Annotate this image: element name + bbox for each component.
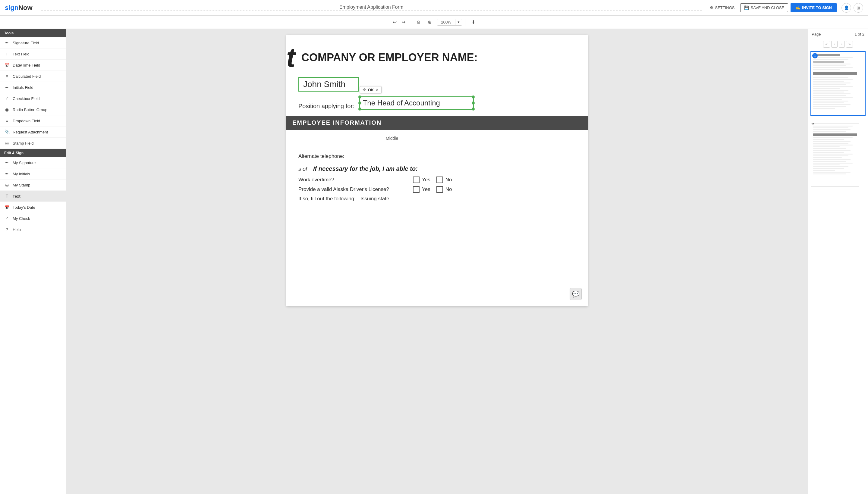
sidebar-item-text[interactable]: T Text xyxy=(0,191,66,202)
initials-field-icon: ✒ xyxy=(4,84,10,90)
zoom-in-button[interactable]: ⊕ xyxy=(426,18,433,26)
sidebar-item-text-field[interactable]: T Text Field xyxy=(0,49,66,60)
attachment-icon: 📎 xyxy=(4,129,10,135)
document-area[interactable]: t COMPANY OR EMPLOYER NAME: John Smith P… xyxy=(66,29,808,494)
resize-handle-mr[interactable] xyxy=(472,101,475,104)
sidebar-item-my-signature[interactable]: ✒ My Signature xyxy=(0,157,66,168)
last-page-button[interactable]: » xyxy=(846,41,853,48)
sidebar: Tools ✒ Signature Field T Text Field 📅 D… xyxy=(0,29,66,494)
tools-section-header: Tools xyxy=(0,29,66,37)
resize-handle-tl[interactable] xyxy=(358,95,362,98)
sidebar-item-signature-field[interactable]: ✒ Signature Field xyxy=(0,37,66,49)
download-icon: ⬇ xyxy=(472,20,475,25)
issuing-state-label: Issuing state: xyxy=(361,196,391,202)
sidebar-item-label: Date/Time Field xyxy=(13,63,40,68)
page-2-thumbnail-img xyxy=(811,124,859,187)
position-field[interactable]: ✥ OK ✕ The Head of Accounting xyxy=(359,96,474,110)
sidebar-item-dropdown-field[interactable]: ≡ Dropdown Field xyxy=(0,115,66,127)
page-2-thumbnail[interactable]: 2 xyxy=(810,120,866,187)
sidebar-item-label: Request Attachment xyxy=(13,130,48,134)
header-icons: 👤 ⊞ xyxy=(842,3,863,13)
sidebar-item-my-check[interactable]: ✓ My Check xyxy=(0,213,66,224)
first-page-button[interactable]: « xyxy=(823,41,830,48)
resize-handle-ml[interactable] xyxy=(358,101,362,104)
big-letter: t xyxy=(286,44,295,71)
alt-tel-row: Alternate telephone: xyxy=(298,152,576,159)
middle-name-line[interactable] xyxy=(386,142,464,149)
sidebar-item-label: Help xyxy=(13,227,21,232)
sidebar-item-label: Radio Button Group xyxy=(13,108,47,112)
zoom-out-icon: ⊖ xyxy=(417,20,421,25)
name-row: Middle xyxy=(298,136,576,149)
download-button[interactable]: ⬇ xyxy=(469,18,477,26)
radio-button-icon: ◉ xyxy=(4,107,10,112)
work-overtime-yes-checkbox[interactable] xyxy=(413,176,420,183)
sidebar-item-label: Calculated Field xyxy=(13,74,41,79)
zoom-in-icon: ⊕ xyxy=(428,20,431,25)
sidebar-item-stamp-field[interactable]: ◎ Stamp Field xyxy=(0,138,66,149)
undo-button[interactable]: ↩ xyxy=(391,18,399,26)
issuing-label: If so, fill out the following: xyxy=(298,196,356,202)
user-icon-button[interactable]: 👤 xyxy=(842,3,851,13)
save-and-close-button[interactable]: 💾 SAVE AND CLOSE xyxy=(740,3,789,12)
alaska-no-checkbox[interactable] xyxy=(437,186,443,193)
john-smith-field[interactable]: John Smith xyxy=(298,77,359,92)
sidebar-item-todays-date[interactable]: 📅 Today's Date xyxy=(0,202,66,213)
text-field-icon: T xyxy=(4,51,10,57)
alaska-yes-checkbox[interactable] xyxy=(413,186,420,193)
ok-close-button[interactable]: ✕ xyxy=(375,88,379,92)
zoom-dropdown-arrow[interactable]: ▼ xyxy=(456,19,462,25)
document-title[interactable]: Employment Application Form xyxy=(41,4,702,11)
sidebar-item-label: Text Field xyxy=(13,52,30,56)
sidebar-item-label: My Check xyxy=(13,216,30,221)
invite-to-sign-button[interactable]: ✍ INVITE TO SIGN xyxy=(791,3,837,12)
checkbox-field-icon: ✓ xyxy=(4,96,10,101)
zoom-out-button[interactable]: ⊖ xyxy=(415,18,422,26)
page-header-row: Page 1 of 2 xyxy=(808,29,868,39)
datetime-field-icon: 📅 xyxy=(4,62,10,68)
alt-tel-line[interactable] xyxy=(349,152,409,159)
page-navigation: « ‹ › » xyxy=(808,39,868,49)
next-page-button[interactable]: › xyxy=(839,41,845,48)
resize-handle-br[interactable] xyxy=(472,108,475,111)
work-overtime-no: No xyxy=(437,176,452,183)
sidebar-item-label: My Stamp xyxy=(13,183,31,187)
save-icon: 💾 xyxy=(744,5,749,10)
zoom-value[interactable]: 200% xyxy=(437,19,456,25)
work-overtime-no-checkbox[interactable] xyxy=(437,176,443,183)
sidebar-item-help[interactable]: ? Help xyxy=(0,224,66,235)
sidebar-item-request-attachment[interactable]: 📎 Request Attachment xyxy=(0,127,66,138)
chat-icon[interactable]: 💬 xyxy=(570,288,582,300)
settings-button[interactable]: ⚙ SETTINGS xyxy=(707,4,738,12)
toolbar-separator-2 xyxy=(466,19,466,26)
document-page: t COMPANY OR EMPLOYER NAME: John Smith P… xyxy=(286,35,588,306)
resize-handle-tr[interactable] xyxy=(472,95,475,98)
sidebar-item-my-initials[interactable]: ✒ My Initials xyxy=(0,168,66,179)
sidebar-item-label: Text xyxy=(13,194,20,198)
main-layout: Tools ✒ Signature Field T Text Field 📅 D… xyxy=(0,29,868,494)
sidebar-item-label: My Signature xyxy=(13,160,36,165)
company-name-heading: COMPANY OR EMPLOYER NAME: xyxy=(301,51,478,64)
sidebar-item-datetime-field[interactable]: 📅 Date/Time Field xyxy=(0,60,66,71)
grid-icon-button[interactable]: ⊞ xyxy=(853,3,863,13)
alt-tel-label: Alternate telephone: xyxy=(298,153,344,159)
prev-page-button[interactable]: ‹ xyxy=(831,41,837,48)
sidebar-item-initials-field[interactable]: ✒ Initials Field xyxy=(0,82,66,93)
resize-handle-bl[interactable] xyxy=(358,108,362,111)
pen-icon: ✍ xyxy=(795,5,800,10)
first-name-line[interactable] xyxy=(298,142,377,149)
page-1-thumbnail[interactable]: 1 xyxy=(810,51,866,116)
position-row: Position applying for: ✥ OK ✕ The Head o… xyxy=(298,96,576,110)
work-overtime-question: Work overtime? xyxy=(298,177,407,183)
toolbar-separator-1 xyxy=(411,19,411,26)
ok-button[interactable]: OK xyxy=(368,88,374,92)
sidebar-item-my-stamp[interactable]: ◎ My Stamp xyxy=(0,179,66,191)
page-of-label: 1 of 2 xyxy=(854,32,864,36)
page-1-thumbnail-img xyxy=(811,52,859,115)
my-check-icon: ✓ xyxy=(4,216,10,221)
sidebar-item-checkbox-field[interactable]: ✓ Checkbox Field xyxy=(0,93,66,104)
sidebar-item-label: Today's Date xyxy=(13,205,35,210)
sidebar-item-radio-button-group[interactable]: ◉ Radio Button Group xyxy=(0,104,66,115)
redo-button[interactable]: ↪ xyxy=(400,18,407,26)
sidebar-item-calculated-field[interactable]: ≡ Calculated Field xyxy=(0,71,66,82)
